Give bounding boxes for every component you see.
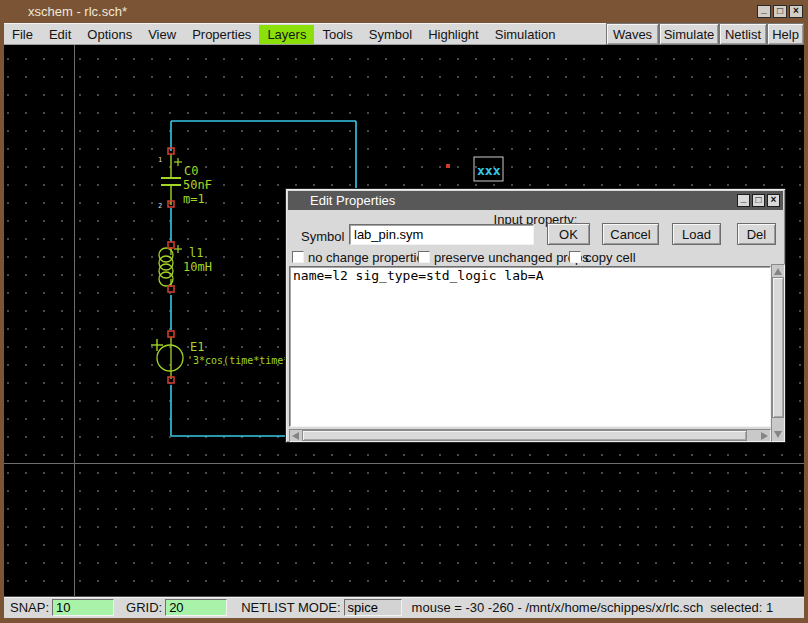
menubar: File Edit Options View Properties Layers… bbox=[4, 23, 804, 45]
minimize-icon[interactable]: _ bbox=[757, 5, 771, 18]
inductor-value: 10mH bbox=[183, 260, 212, 274]
capacitor-c0[interactable]: 1 2 C0 50nF m=1 bbox=[158, 148, 212, 210]
net-label-text: xxx bbox=[477, 163, 501, 178]
inductor-l1[interactable]: l1 10mH bbox=[159, 242, 212, 292]
capacitor-mult: m=1 bbox=[183, 192, 205, 206]
horizontal-scroll-thumb[interactable] bbox=[302, 430, 747, 441]
menu-edit[interactable]: Edit bbox=[41, 25, 79, 44]
del-button[interactable]: Del bbox=[737, 223, 776, 245]
menu-layers[interactable]: Layers bbox=[259, 25, 314, 44]
source-ref: E1 bbox=[190, 340, 204, 354]
scroll-right-icon[interactable] bbox=[761, 432, 768, 440]
no-change-properties-checkbox[interactable] bbox=[292, 251, 304, 263]
net-label-xxx[interactable]: xxx bbox=[446, 157, 503, 181]
inductor-ref: l1 bbox=[189, 246, 203, 260]
menu-symbol[interactable]: Symbol bbox=[361, 25, 420, 44]
menu-view[interactable]: View bbox=[140, 25, 184, 44]
vertical-scrollbar[interactable] bbox=[771, 264, 785, 442]
snap-label: SNAP: bbox=[10, 600, 49, 615]
symbol-label: Symbol bbox=[301, 229, 344, 244]
help-button[interactable]: Help bbox=[767, 23, 804, 45]
pin-marker bbox=[446, 164, 450, 168]
preserve-unchanged-props-label: preserve unchanged props bbox=[434, 250, 589, 265]
xschem-window: xschem - rlc.sch* _ □ × File Edit Option… bbox=[0, 0, 808, 623]
vertical-scroll-thumb[interactable] bbox=[772, 277, 784, 418]
close-icon[interactable]: × bbox=[789, 5, 803, 18]
dialog-title: Edit Properties bbox=[310, 193, 395, 208]
property-textarea[interactable]: name=l2 sig_type=std_logic lab=A bbox=[289, 266, 771, 427]
pin-number: 2 bbox=[158, 202, 162, 210]
simulate-button[interactable]: Simulate bbox=[659, 23, 719, 45]
menu-file[interactable]: File bbox=[4, 25, 41, 44]
checkbox-row: no change properties preserve unchanged … bbox=[286, 250, 785, 265]
capacitor-value: 50nF bbox=[183, 178, 212, 192]
copy-cell-checkbox[interactable] bbox=[569, 251, 581, 263]
capacitor-ref: C0 bbox=[184, 164, 198, 178]
no-change-properties-label: no change properties bbox=[308, 250, 430, 265]
menu-tools[interactable]: Tools bbox=[314, 25, 360, 44]
scroll-down-icon[interactable] bbox=[774, 431, 782, 438]
copy-cell-label: copy cell bbox=[585, 250, 636, 265]
cancel-button[interactable]: Cancel bbox=[602, 223, 659, 245]
scroll-left-icon[interactable] bbox=[292, 432, 299, 440]
symbol-input[interactable] bbox=[349, 224, 534, 245]
window-titlebar[interactable]: xschem - rlc.sch* _ □ × bbox=[0, 0, 808, 23]
dialog-maximize-icon[interactable]: □ bbox=[752, 194, 765, 207]
dialog-close-icon[interactable]: × bbox=[767, 194, 780, 207]
pin-marker bbox=[168, 331, 174, 337]
ok-button[interactable]: OK bbox=[547, 223, 590, 245]
waves-button[interactable]: Waves bbox=[606, 23, 659, 45]
grid-input[interactable] bbox=[165, 599, 227, 616]
menu-options[interactable]: Options bbox=[79, 25, 140, 44]
dialog-titlebar[interactable]: Edit Properties _ □ × bbox=[288, 191, 783, 210]
scroll-up-icon[interactable] bbox=[774, 268, 782, 275]
menu-simulation[interactable]: Simulation bbox=[487, 25, 564, 44]
dialog-minimize-icon[interactable]: _ bbox=[737, 194, 750, 207]
horizontal-scrollbar[interactable] bbox=[289, 429, 771, 442]
menu-properties[interactable]: Properties bbox=[184, 25, 259, 44]
netlist-mode-label: NETLIST MODE: bbox=[241, 600, 340, 615]
menu-highlight[interactable]: Highlight bbox=[420, 25, 487, 44]
maximize-icon[interactable]: □ bbox=[773, 5, 787, 18]
mouse-status-text: mouse = -30 -260 - /mnt/x/home/schippes/… bbox=[412, 600, 774, 615]
edit-properties-dialog: Edit Properties _ □ × Input property: Sy… bbox=[285, 188, 786, 443]
window-title: xschem - rlc.sch* bbox=[28, 4, 127, 19]
load-button[interactable]: Load bbox=[672, 223, 721, 245]
preserve-unchanged-props-checkbox[interactable] bbox=[418, 251, 430, 263]
netlist-button[interactable]: Netlist bbox=[719, 23, 767, 45]
statusbar: SNAP: GRID: NETLIST MODE: mouse = -30 -2… bbox=[4, 597, 804, 618]
snap-input[interactable] bbox=[52, 599, 114, 616]
netlist-mode-input[interactable] bbox=[344, 599, 402, 616]
grid-label: GRID: bbox=[126, 600, 162, 615]
pin-number: 1 bbox=[158, 156, 162, 164]
